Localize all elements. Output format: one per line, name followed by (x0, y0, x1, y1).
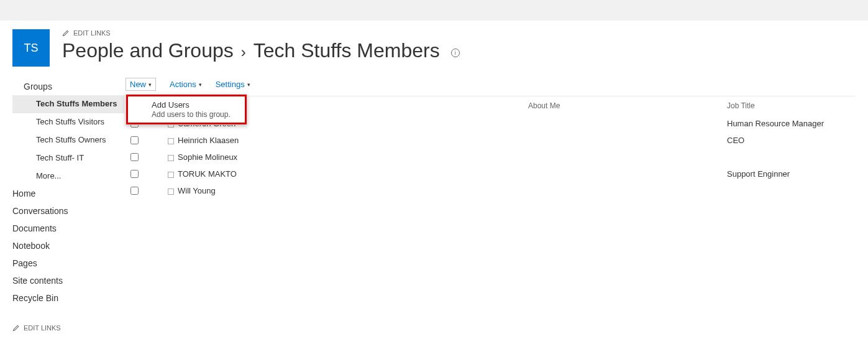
info-icon[interactable]: i (451, 49, 460, 57)
sidebar-link-label: Pages (12, 258, 37, 268)
member-job: Human Resource Manager (727, 119, 856, 128)
sidebar-item-label: Tech Stuffs Owners (36, 135, 106, 144)
row-checkbox[interactable] (130, 136, 139, 144)
edit-links-label: EDIT LINKS (24, 324, 61, 332)
sidebar-item-it[interactable]: Tech Stuff- IT (12, 149, 124, 167)
sidebar-link-label: Documents (12, 223, 57, 233)
caret-down-icon: ▾ (199, 82, 202, 88)
actions-label: Actions (170, 80, 196, 89)
sidebar-link-label: Conversations (12, 206, 68, 216)
sidebar-link-documents[interactable]: Documents (12, 220, 124, 237)
table-row: Heinrich Klaasen CEO (124, 132, 856, 149)
sidebar-link-pages[interactable]: Pages (12, 254, 124, 272)
main: New ▾ Actions ▾ Settings ▾ Add Users Add… (124, 78, 868, 332)
member-name[interactable]: Heinrich Klaasen (178, 136, 239, 145)
pencil-icon (12, 324, 20, 332)
row-checkbox[interactable] (130, 170, 139, 178)
site-tile-label: TS (24, 42, 38, 55)
edit-links-top[interactable]: EDIT LINKS (62, 29, 868, 37)
sidebar-link-home[interactable]: Home (12, 185, 124, 202)
sidebar-item-members[interactable]: Tech Stuffs Members (12, 95, 124, 113)
sidebar-item-visitors[interactable]: Tech Stuffs Visitors (12, 113, 124, 131)
pencil-icon (62, 29, 70, 37)
caret-down-icon: ▾ (148, 82, 152, 88)
suite-bar (0, 0, 868, 21)
page-title: People and Groups (62, 39, 234, 62)
settings-menu[interactable]: Settings ▾ (216, 80, 250, 89)
page-subtitle: Tech Stuffs Members (254, 39, 440, 62)
row-checkbox[interactable] (130, 153, 139, 161)
dropdown-item-title: Add Users (152, 100, 239, 110)
sidebar-item-owners[interactable]: Tech Stuffs Owners (12, 131, 124, 149)
sidebar-link-site-contents[interactable]: Site contents (12, 272, 124, 289)
edit-links-bottom[interactable]: EDIT LINKS (12, 324, 124, 332)
add-users-menu-item[interactable]: Add Users Add users to this group. (126, 95, 247, 124)
actions-menu[interactable]: Actions ▾ (170, 80, 202, 89)
col-about-header[interactable]: About Me (528, 101, 727, 110)
sidebar-link-conversations[interactable]: Conversations (12, 202, 124, 220)
sidebar-link-label: Site contents (12, 276, 63, 286)
member-job: CEO (727, 136, 856, 145)
sidebar-link-label: Home (12, 189, 35, 198)
sidebar-item-label: Tech Stuff- IT (36, 153, 84, 162)
caret-down-icon: ▾ (247, 82, 250, 88)
table-row: TORUK MAKTO Support Enginner (124, 166, 856, 182)
settings-label: Settings (216, 80, 245, 89)
row-checkbox[interactable] (130, 187, 139, 195)
page-header: TS EDIT LINKS People and Groups › Tech S… (0, 21, 868, 67)
select-box-icon[interactable] (168, 155, 174, 161)
dropdown-item-subtitle: Add users to this group. (152, 110, 239, 119)
select-box-icon[interactable] (168, 138, 174, 144)
new-label: New (130, 80, 146, 89)
sidebar-item-label: More... (36, 171, 61, 180)
table-row: Will Young (124, 182, 856, 199)
sidebar-link-notebook[interactable]: Notebook (12, 237, 124, 254)
table-row: Sophie Molineux (124, 149, 856, 166)
sidebar-link-recycle-bin[interactable]: Recycle Bin (12, 289, 124, 307)
new-menu[interactable]: New ▾ (126, 78, 156, 91)
new-menu-dropdown: Add Users Add users to this group. (126, 94, 247, 125)
sidebar-item-label: Tech Stuffs Visitors (36, 117, 104, 126)
edit-links-label: EDIT LINKS (73, 29, 111, 37)
toolbar: New ▾ Actions ▾ Settings ▾ (124, 78, 856, 96)
sidebar-heading-groups: Groups (12, 78, 124, 95)
sidebar-item-label: Tech Stuffs Members (36, 99, 117, 108)
select-box-icon[interactable] (168, 189, 174, 195)
sidebar-item-more[interactable]: More... (12, 167, 124, 185)
breadcrumb-separator-icon: › (241, 44, 246, 61)
sidebar-link-label: Notebook (12, 241, 50, 251)
select-box-icon[interactable] (168, 172, 174, 178)
site-tile[interactable]: TS (12, 29, 50, 67)
member-name[interactable]: Will Young (178, 186, 216, 195)
breadcrumb: People and Groups › Tech Stuffs Members … (62, 39, 868, 62)
sidebar: Groups Tech Stuffs Members Tech Stuffs V… (0, 78, 124, 332)
member-job: Support Enginner (727, 169, 856, 179)
sidebar-link-label: Recycle Bin (12, 293, 58, 303)
member-name[interactable]: Sophie Molineux (178, 152, 237, 162)
col-job-header[interactable]: Job Title (727, 101, 856, 110)
member-name[interactable]: TORUK MAKTO (178, 169, 237, 179)
